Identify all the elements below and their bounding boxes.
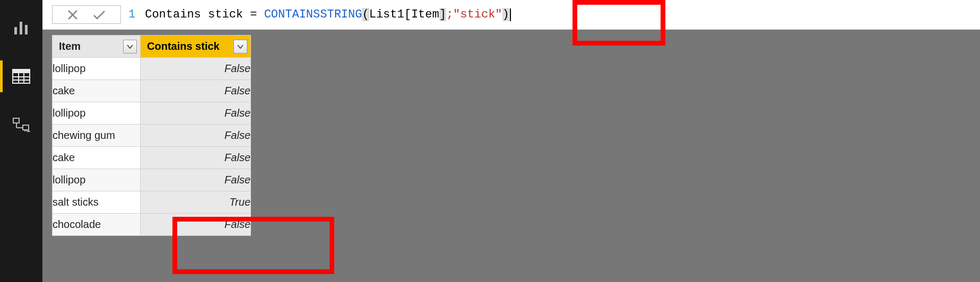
- formula-arg1: List1[Item: [369, 8, 439, 21]
- svg-rect-9: [13, 118, 19, 123]
- cell-item[interactable]: chewing gum: [53, 125, 141, 147]
- formula-open-paren: (: [362, 8, 369, 21]
- chevron-down-icon: [237, 45, 244, 49]
- data-table: Item Contains stick: [52, 35, 251, 236]
- svg-rect-0: [14, 27, 17, 34]
- table-row[interactable]: lollipop False: [53, 169, 251, 191]
- formula-close-bracket: ]: [439, 8, 446, 21]
- nav-model-view[interactable]: [0, 109, 42, 141]
- nav-data-view[interactable]: [0, 60, 42, 92]
- svg-rect-2: [25, 25, 28, 34]
- table-row[interactable]: cake False: [53, 147, 251, 169]
- column-header-label: Contains stick: [147, 40, 220, 52]
- table-row[interactable]: chocolade False: [53, 214, 251, 236]
- bar-chart-icon: [13, 20, 30, 36]
- column-header-item[interactable]: Item: [53, 36, 141, 58]
- cell-result[interactable]: False: [141, 80, 251, 102]
- cell-result[interactable]: False: [141, 102, 251, 125]
- check-icon: [92, 9, 106, 21]
- left-nav-rail: [0, 0, 42, 282]
- cancel-formula-button[interactable]: [67, 9, 79, 21]
- chevron-down-icon: [127, 45, 133, 49]
- close-icon: [67, 9, 79, 21]
- model-icon: [12, 117, 30, 133]
- formula-bar: 1 Contains stick = CONTAINSSTRING(List1[…: [42, 0, 980, 30]
- cell-item[interactable]: lollipop: [53, 169, 141, 191]
- cell-result[interactable]: False: [141, 214, 251, 236]
- formula-close-paren: ): [502, 8, 509, 21]
- formula-editor[interactable]: 1 Contains stick = CONTAINSSTRING(List1[…: [123, 0, 980, 29]
- svg-rect-1: [20, 22, 22, 34]
- formula-line-number: 1: [128, 8, 135, 21]
- formula-bar-actions: [52, 5, 121, 24]
- data-grid: Item Contains stick: [42, 30, 980, 282]
- cell-result[interactable]: False: [141, 147, 251, 169]
- filter-button-item[interactable]: [123, 40, 137, 54]
- svg-rect-10: [23, 125, 29, 130]
- formula-text-prefix: Contains stick =: [145, 8, 264, 21]
- cell-result[interactable]: False: [141, 169, 251, 191]
- cell-result[interactable]: False: [141, 125, 251, 147]
- cell-item[interactable]: cake: [53, 147, 141, 169]
- cell-item[interactable]: chocolade: [53, 214, 141, 236]
- cell-item[interactable]: cake: [53, 80, 141, 102]
- cell-item[interactable]: salt sticks: [53, 191, 141, 214]
- table-row[interactable]: cake False: [53, 80, 251, 102]
- table-row[interactable]: lollipop False: [53, 58, 251, 80]
- table-icon: [12, 69, 30, 84]
- nav-report-view[interactable]: [0, 12, 42, 43]
- table-row[interactable]: salt sticks True: [53, 191, 251, 214]
- formula-function-name: CONTAINSSTRING: [264, 8, 362, 21]
- text-caret: [510, 8, 511, 21]
- commit-formula-button[interactable]: [92, 9, 106, 21]
- table-row[interactable]: lollipop False: [53, 102, 251, 125]
- cell-result[interactable]: True: [141, 191, 251, 214]
- filter-button-contains-stick[interactable]: [233, 40, 247, 54]
- table-row[interactable]: chewing gum False: [53, 125, 251, 147]
- cell-result[interactable]: False: [141, 58, 251, 80]
- cell-item[interactable]: lollipop: [53, 102, 141, 125]
- formula-arg2: ;"stick": [446, 8, 502, 21]
- cell-item[interactable]: lollipop: [53, 58, 141, 80]
- main-area: 1 Contains stick = CONTAINSSTRING(List1[…: [42, 0, 980, 282]
- svg-rect-4: [13, 69, 30, 73]
- column-header-contains-stick[interactable]: Contains stick: [141, 36, 251, 58]
- column-header-label: Item: [59, 40, 81, 52]
